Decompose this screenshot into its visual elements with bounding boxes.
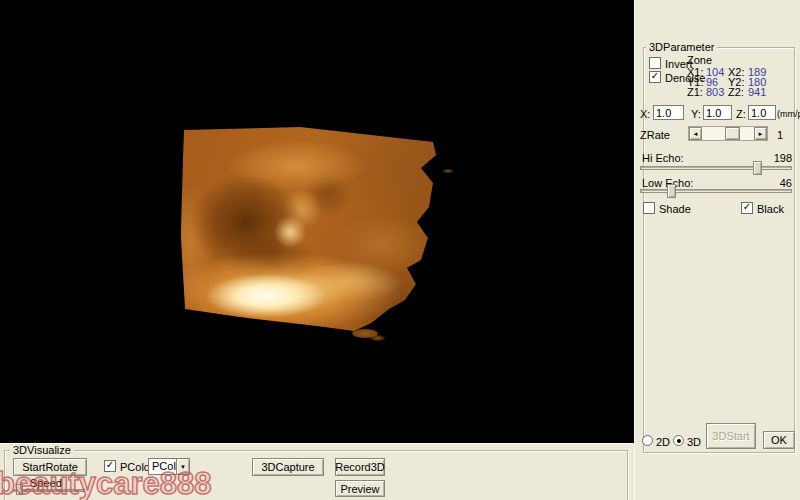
start-rotate-button[interactable]: StartRotate <box>13 458 87 476</box>
check-icon: ✓ <box>743 201 751 212</box>
speed-slider-thumb[interactable] <box>16 484 23 495</box>
low-echo-slider-track[interactable] <box>640 189 792 193</box>
visualize-group-title: 3DVisualize <box>10 444 74 456</box>
application-window: 3DParameter Invert ✓ Denoise Zone X1: 10… <box>0 0 800 500</box>
check-icon: ✓ <box>651 70 659 81</box>
ultrasound-fragment <box>443 169 453 173</box>
black-label: Black <box>757 203 784 215</box>
scroll-left-icon: ◄ <box>693 131 699 137</box>
parameter-panel: 3DParameter Invert ✓ Denoise Zone X1: 10… <box>634 0 800 500</box>
x-scale-label: X: <box>640 108 650 120</box>
speed-slider-track[interactable] <box>13 489 85 492</box>
denoise-checkbox[interactable]: ✓ <box>649 71 661 83</box>
z-scale-label: Z: <box>736 108 746 120</box>
parameter-group-title: 3DParameter <box>646 41 717 53</box>
hi-echo-label: Hi Echo: <box>642 152 684 164</box>
ultrasound-render <box>178 124 440 338</box>
mode-2d-label: 2D <box>656 436 670 448</box>
capture-3d-button[interactable]: 3DCapture <box>252 458 324 476</box>
zrate-scrollbar[interactable]: ◄ ► <box>688 126 768 141</box>
zone-z2-value: 941 <box>748 86 766 98</box>
black-checkbox[interactable]: ✓ <box>741 202 753 214</box>
y-scale-input[interactable] <box>703 105 732 120</box>
zone-z2-label: Z2: <box>728 86 744 98</box>
shade-label: Shade <box>659 203 691 215</box>
zrate-scroll-right-button[interactable]: ► <box>754 127 767 140</box>
invert-checkbox[interactable] <box>649 57 661 69</box>
mode-3d-radio[interactable] <box>673 435 684 446</box>
record-3d-button[interactable]: Record3D <box>335 458 385 476</box>
preview-button[interactable]: Preview <box>335 480 385 497</box>
zrate-scroll-thumb[interactable] <box>725 127 740 140</box>
hi-echo-slider-thumb[interactable] <box>753 161 762 175</box>
hi-echo-slider-track[interactable] <box>640 166 792 170</box>
pcolor-dropdown[interactable]: PColor ▼ <box>148 458 190 475</box>
zrate-scroll-left-button[interactable]: ◄ <box>689 127 702 140</box>
low-echo-slider-thumb[interactable] <box>667 184 676 198</box>
scale-unit-label: (mm/p) <box>777 109 800 119</box>
zone-z1-label: Z1: <box>687 86 703 98</box>
zone-label: Zone <box>687 54 712 66</box>
shade-checkbox[interactable] <box>643 202 655 214</box>
x-scale-input[interactable] <box>653 105 684 120</box>
start-3d-button[interactable]: 3DStart <box>706 423 756 449</box>
y-scale-label: Y: <box>691 108 701 120</box>
ultrasound-viewport[interactable] <box>0 0 634 443</box>
pcolor-checkbox[interactable]: ✓ <box>104 460 116 472</box>
zrate-value: 1 <box>777 129 783 141</box>
scroll-right-icon: ► <box>758 131 764 137</box>
mode-3d-label: 3D <box>687 436 701 448</box>
visualize-panel: 3DVisualize StartRotate ✓ PColor PColor … <box>0 443 634 500</box>
zrate-label: ZRate <box>640 129 670 141</box>
z-scale-input[interactable] <box>748 105 776 120</box>
ultrasound-fragment <box>370 335 385 341</box>
low-echo-value: 46 <box>755 177 792 189</box>
check-icon: ✓ <box>106 459 114 470</box>
mode-2d-radio[interactable] <box>642 435 653 446</box>
zone-z1-value: 803 <box>706 86 724 98</box>
ok-button[interactable]: OK <box>763 431 795 449</box>
pcolor-dropdown-button[interactable]: ▼ <box>176 459 189 474</box>
chevron-down-icon: ▼ <box>180 464 186 470</box>
speed-label: Speed <box>30 477 62 489</box>
